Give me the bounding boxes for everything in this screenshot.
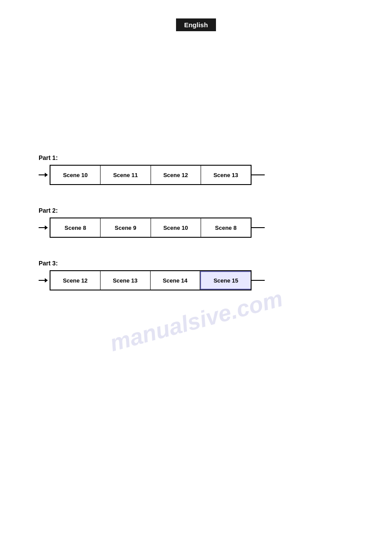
part-2-arrow xyxy=(39,225,48,230)
part-3-label: Part 3: xyxy=(39,260,353,267)
part-2-label: Part 2: xyxy=(39,207,353,214)
part-1-scene-box: Scene 10 Scene 11 Scene 12 Scene 13 xyxy=(50,165,252,185)
scene-cell: Scene 10 xyxy=(151,218,201,237)
watermark: manualsive.com xyxy=(107,285,285,357)
line-extension xyxy=(252,280,265,281)
part-1-section: Part 1: Scene 10 Scene 11 Scene 12 Scene… xyxy=(39,154,353,185)
scene-cell: Scene 12 xyxy=(50,271,101,290)
scene-cell: Scene 10 xyxy=(50,166,101,184)
part-3-section: Part 3: Scene 12 Scene 13 Scene 14 Scene… xyxy=(39,260,353,290)
scene-cell: Scene 11 xyxy=(101,166,151,184)
main-content: Part 1: Scene 10 Scene 11 Scene 12 Scene… xyxy=(0,154,392,290)
scene-cell: Scene 12 xyxy=(151,166,201,184)
part-3-scene-box: Scene 12 Scene 13 Scene 14 Scene 15 xyxy=(50,270,252,290)
line-extension xyxy=(252,227,265,228)
line-extension xyxy=(252,174,265,175)
scene-cell: Scene 8 xyxy=(201,218,251,237)
part-2-scene-box: Scene 8 Scene 9 Scene 10 Scene 8 xyxy=(50,218,252,238)
part-2-section: Part 2: Scene 8 Scene 9 Scene 10 Scene 8 xyxy=(39,207,353,238)
part-1-arrow xyxy=(39,173,48,177)
english-badge: English xyxy=(176,18,216,31)
scene-cell: Scene 9 xyxy=(101,218,151,237)
part-1-label: Part 1: xyxy=(39,154,353,161)
scene-cell: Scene 13 xyxy=(201,166,251,184)
part-3-arrow xyxy=(39,278,48,283)
part-1-row: Scene 10 Scene 11 Scene 12 Scene 13 xyxy=(39,165,353,185)
scene-cell: Scene 14 xyxy=(151,271,201,290)
part-3-row: Scene 12 Scene 13 Scene 14 Scene 15 xyxy=(39,270,353,290)
scene-cell: Scene 13 xyxy=(101,271,151,290)
scene-cell-highlighted: Scene 15 xyxy=(200,271,251,290)
part-2-row: Scene 8 Scene 9 Scene 10 Scene 8 xyxy=(39,218,353,238)
scene-cell: Scene 8 xyxy=(50,218,101,237)
